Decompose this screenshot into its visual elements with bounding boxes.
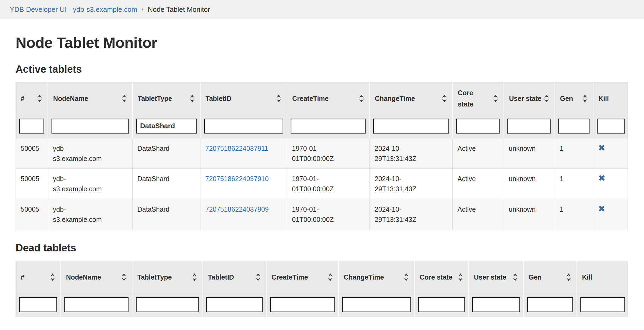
col-label: TabletID xyxy=(206,93,232,104)
breadcrumb: YDB Developer UI - ydb-s3.example.com / … xyxy=(0,0,644,19)
filter-input-corestate[interactable] xyxy=(418,297,465,312)
active-filter-row xyxy=(16,115,628,138)
cell-createtime: 1970-01-01T00:00:00Z xyxy=(287,169,370,199)
col-header-tablettype[interactable]: TabletType xyxy=(133,82,200,115)
filter-input-num[interactable] xyxy=(19,119,44,134)
filter-input-nodename[interactable] xyxy=(52,119,129,134)
col-label: # xyxy=(21,93,24,104)
col-label: User state xyxy=(474,272,506,283)
cell-num: 50005 xyxy=(16,199,48,230)
sort-up-down-icon xyxy=(255,273,261,282)
cell-changetime: 2024-10-29T13:31:43Z xyxy=(370,199,453,230)
table-row: 50005 ydb-s3.example.com DataShard 72075… xyxy=(16,199,628,230)
col-header-num[interactable]: # xyxy=(16,261,61,294)
col-label: User state xyxy=(509,93,541,104)
cell-userstate: unknown xyxy=(504,138,555,169)
filter-input-corestate[interactable] xyxy=(456,119,500,134)
col-label: Kill xyxy=(598,93,609,104)
cell-tablettype: DataShard xyxy=(133,199,200,230)
filter-input-gen[interactable] xyxy=(527,297,573,312)
col-label: Kill xyxy=(582,272,592,283)
filter-input-changetime[interactable] xyxy=(373,119,449,134)
cell-tablettype: DataShard xyxy=(133,169,200,199)
dead-tablets-heading: Dead tablets xyxy=(16,242,628,254)
col-header-createtime[interactable]: CreateTime xyxy=(266,261,339,294)
col-header-corestate[interactable]: Core state xyxy=(415,261,469,294)
filter-input-tablettype[interactable] xyxy=(136,297,199,312)
sort-up-down-icon xyxy=(544,94,550,103)
filter-input-tabletid[interactable] xyxy=(206,297,263,312)
filter-input-tabletid[interactable] xyxy=(204,119,283,134)
tablet-id-link[interactable]: 72075186224037909 xyxy=(205,206,269,213)
sort-up-down-icon xyxy=(121,273,127,282)
kill-icon[interactable]: ✖ xyxy=(598,144,605,152)
filter-input-userstate[interactable] xyxy=(472,297,520,312)
col-header-nodename[interactable]: NodeName xyxy=(48,82,133,115)
cell-changetime: 2024-10-29T13:31:43Z xyxy=(370,138,453,169)
cell-kill: ✖ xyxy=(593,199,628,230)
col-header-gen[interactable]: Gen xyxy=(555,82,593,115)
col-label: TabletID xyxy=(208,272,234,283)
col-header-nodename[interactable]: NodeName xyxy=(61,261,132,294)
filter-input-nodename[interactable] xyxy=(64,297,129,312)
sort-up-down-icon xyxy=(121,94,127,103)
col-header-gen[interactable]: Gen xyxy=(524,261,577,294)
sort-up-down-icon xyxy=(192,273,197,282)
filter-input-num[interactable] xyxy=(19,297,57,312)
col-header-changetime[interactable]: ChangeTime xyxy=(370,82,453,115)
kill-icon[interactable]: ✖ xyxy=(598,174,605,182)
col-header-kill: Kill xyxy=(577,261,628,294)
col-label: NodeName xyxy=(53,93,88,104)
cell-changetime: 2024-10-29T13:31:43Z xyxy=(370,169,453,199)
col-header-changetime[interactable]: ChangeTime xyxy=(339,261,415,294)
page-content: Node Tablet Monitor Active tablets # Nod… xyxy=(0,34,644,322)
sort-up-down-icon xyxy=(403,273,409,282)
filter-input-createtime[interactable] xyxy=(270,297,335,312)
col-label: Gen xyxy=(560,93,573,104)
cell-kill: ✖ xyxy=(593,138,628,169)
kill-icon[interactable]: ✖ xyxy=(598,204,605,213)
tablet-id-link[interactable]: 72075186224037911 xyxy=(205,145,268,152)
table-row: 50005 ydb-s3.example.com DataShard 72075… xyxy=(16,169,628,199)
col-label: Core state xyxy=(458,87,491,110)
sort-up-down-icon xyxy=(458,273,463,282)
sort-up-down-icon xyxy=(582,94,588,103)
col-header-userstate[interactable]: User state xyxy=(469,261,524,294)
filter-input-gen[interactable] xyxy=(558,119,590,134)
col-header-tabletid[interactable]: TabletID xyxy=(200,82,287,115)
col-header-num[interactable]: # xyxy=(16,82,48,115)
col-header-tabletid[interactable]: TabletID xyxy=(203,261,266,294)
cell-kill: ✖ xyxy=(593,169,628,199)
sort-up-down-icon xyxy=(276,94,282,103)
filter-input-tablettype[interactable] xyxy=(136,119,197,134)
sort-up-down-icon xyxy=(189,94,195,103)
cell-num: 50005 xyxy=(16,169,48,199)
filter-input-kill[interactable] xyxy=(580,297,625,312)
cell-num: 50005 xyxy=(16,138,48,169)
cell-tabletid: 72075186224037909 xyxy=(200,199,287,230)
sort-up-down-icon xyxy=(512,273,518,282)
col-header-createtime[interactable]: CreateTime xyxy=(287,82,370,115)
col-label: Gen xyxy=(529,272,542,283)
col-header-corestate[interactable]: Core state xyxy=(453,82,504,115)
filter-input-kill[interactable] xyxy=(597,119,625,134)
tablet-id-link[interactable]: 72075186224037910 xyxy=(205,175,269,182)
filter-input-changetime[interactable] xyxy=(342,297,411,312)
cell-gen: 1 xyxy=(555,199,593,230)
col-header-userstate[interactable]: User state xyxy=(504,82,555,115)
breadcrumb-home-link[interactable]: YDB Developer UI - ydb-s3.example.com xyxy=(10,5,137,14)
sort-up-down-icon xyxy=(37,94,43,103)
filter-input-createtime[interactable] xyxy=(291,119,366,134)
cell-nodename: ydb-s3.example.com xyxy=(48,169,133,199)
col-header-tablettype[interactable]: TabletType xyxy=(132,261,203,294)
col-label: Core state xyxy=(420,272,452,283)
filter-input-userstate[interactable] xyxy=(507,119,551,134)
cell-gen: 1 xyxy=(555,169,593,199)
breadcrumb-separator: / xyxy=(141,5,143,14)
col-label: CreateTime xyxy=(292,93,329,104)
col-label: NodeName xyxy=(66,272,101,283)
active-tablets-heading: Active tablets xyxy=(16,64,628,75)
col-label: TabletType xyxy=(138,93,172,104)
cell-tablettype: DataShard xyxy=(133,138,200,169)
active-header-row: # NodeName TabletType TabletID CreateTim… xyxy=(16,82,628,115)
